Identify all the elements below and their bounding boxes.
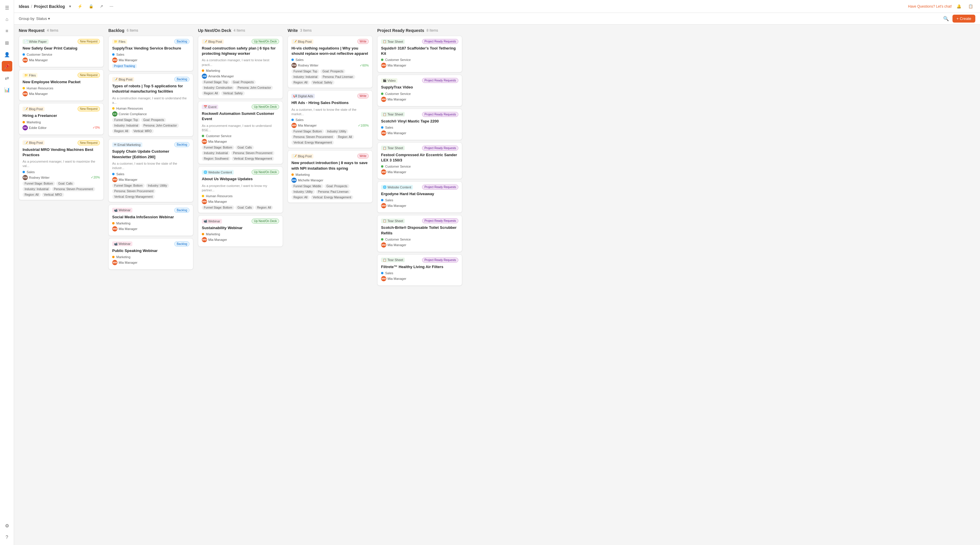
group-by-control[interactable]: Group by Status ▾ (19, 16, 50, 21)
card[interactable]: 📝 Blog PostWriteNew product introduction… (288, 150, 372, 202)
card[interactable]: 📋 Tear SheetProject Ready RequestsScotch… (377, 215, 462, 252)
tag: Persona: Steven Procurement (112, 189, 156, 193)
type-icon: 📅 (204, 105, 207, 108)
category-label: Marketing (206, 69, 220, 72)
card[interactable]: 📋 Tear SheetProject Ready RequestsFestoo… (377, 142, 462, 179)
card-type-row: 📝 Blog PostUp Next/On Deck (202, 39, 279, 44)
share-btn[interactable]: ↗ (97, 3, 105, 10)
card-meta: Marketing (202, 233, 279, 236)
category-dot (112, 107, 115, 110)
status-badge: Project Ready Requests (422, 112, 458, 117)
grid-icon[interactable]: ⊞ (2, 38, 12, 48)
card-user-row: MMMia Manager (202, 199, 279, 204)
card-type-label: 📋 Tear Sheet (381, 218, 405, 223)
help-icon[interactable]: ? (2, 532, 12, 543)
card-meta: Marketing (112, 222, 189, 225)
card-user-row: MMMia Manager (381, 131, 458, 135)
card[interactable]: 📋 Tear SheetProject Ready RequestsSquids… (377, 36, 462, 72)
status-badge: New Request (78, 39, 100, 44)
status-badge: Up Next/On Deck (251, 104, 279, 109)
status-badge: Project Ready Requests (422, 146, 458, 151)
category-label: Customer Service (385, 92, 410, 96)
card-meta: Customer Service (22, 53, 100, 56)
group-by-btn[interactable]: Status ▾ (36, 16, 50, 21)
category-dot (291, 174, 294, 176)
card-title: Festool Compressed Air Eccentric Sander … (381, 152, 458, 163)
chat-link[interactable]: Have Questions? Let's chat! (908, 5, 952, 8)
status-badge: Project Ready Requests (422, 39, 458, 44)
list-icon[interactable]: ≡ (2, 26, 12, 36)
settings-icon[interactable]: ⚙ (2, 520, 12, 531)
card-tags: Funnel Stage: BottomGoal: CallsRegion: A… (202, 206, 279, 210)
home-icon[interactable]: ⌂ (2, 14, 12, 25)
lock-btn[interactable]: 🔒 (86, 3, 96, 10)
column-count: 4 Items (47, 29, 58, 32)
column-header-write: Write3 Items (288, 28, 372, 33)
tag: Funnel Stage: Top (202, 80, 230, 84)
card[interactable]: 📢 Digital AdsWriteHR Ads - Hiring Sales … (288, 90, 372, 148)
card[interactable]: 📝 Blog PostUp Next/On DeckRoad construct… (198, 36, 283, 99)
card[interactable]: 📹 WebinarBacklogPublic Speaking WebinarM… (108, 238, 193, 269)
user-name: Mia Manager (208, 238, 227, 241)
card[interactable]: 📝 Blog PostWriteHi-vis clothing regulati… (288, 36, 372, 88)
tag: Goal: Prospects (231, 80, 256, 84)
card[interactable]: ✉ Email MarketingBacklogSupply Chain Upd… (108, 139, 193, 202)
card-meta: Sales (381, 198, 458, 202)
column-title: Backlog (108, 28, 124, 33)
shuffle-icon[interactable]: ⇄ (2, 73, 12, 83)
sidebar: ☰ ⌂ ≡ ⊞ 👤 📌 ⇄ 📊 ⚙ ? (0, 0, 14, 545)
card-title: Supply Chain Update Customer Newsletter … (112, 149, 189, 159)
card[interactable]: 📋 Tear SheetProject Ready RequestsFiltre… (377, 254, 462, 286)
category-dot (112, 222, 115, 225)
type-icon: 🎬 (383, 79, 386, 82)
avatar: MM (381, 276, 386, 281)
column-count: 6 Items (127, 29, 138, 32)
card-type-row: 📋 Tear SheetProject Ready Requests (381, 146, 458, 151)
card[interactable]: 🌐 Website ContentUp Next/On DeckAbout Us… (198, 166, 283, 213)
more-btn[interactable]: ⋯ (107, 3, 116, 10)
menu-icon[interactable]: ☰ (2, 2, 12, 13)
chart-icon[interactable]: 📊 (2, 84, 12, 95)
tag: Funnel Stage: Bottom (112, 183, 145, 188)
search-btn[interactable]: 🔍 (942, 14, 950, 22)
notification-btn[interactable]: 🔔 (954, 3, 964, 10)
type-icon: 📝 (293, 40, 297, 43)
type-icon: 📝 (24, 141, 28, 145)
card[interactable]: 📹 WebinarUp Next/On DeckSustainability W… (198, 215, 283, 247)
card-user-row: MMMia Manager (112, 260, 189, 265)
card[interactable]: 📁 FilesNew RequestNew Employee Welcome P… (19, 69, 104, 101)
user-name: Mia Manager (388, 277, 406, 280)
card[interactable]: 📅 EventUp Next/On DeckRockwell Automatio… (198, 101, 283, 164)
users-icon[interactable]: 👤 (2, 49, 12, 60)
avatar: MM (202, 199, 207, 204)
card-type-label: 📅 Event (202, 105, 218, 109)
percent-badge: ✓60% (360, 64, 369, 67)
tag: Vertical: Safety (311, 80, 334, 84)
create-btn[interactable]: + Create (953, 14, 975, 22)
card[interactable]: 📝 Blog PostNew RequestHiring a Freelance… (19, 103, 104, 134)
status-badge: New Request (78, 140, 100, 145)
card[interactable]: 🌐 Website ContentProject Ready RequestsE… (377, 182, 462, 213)
card[interactable]: 📝 Blog PostNew RequestIndustrial MRO Ven… (19, 137, 104, 200)
card[interactable]: 📋 Tear SheetProject Ready RequestsScotch… (377, 109, 462, 140)
card[interactable]: 📄 White PaperNew RequestNew Safety Gear … (19, 36, 104, 67)
card-meta: Human Resources (112, 107, 189, 110)
type-icon: 📝 (114, 78, 118, 81)
category-label: Marketing (296, 173, 310, 176)
percent-badge: ✓0% (92, 126, 100, 129)
ideas-icon[interactable]: 📌 (2, 61, 12, 72)
user-name: Rodney Writer (298, 64, 318, 67)
card-tags: Funnel Stage: TopGoal: ProspectsIndustry… (202, 80, 279, 96)
card[interactable]: 📝 Blog PostBacklogTypes of robots | Top … (108, 73, 193, 137)
column-write: Write3 Items📝 Blog PostWriteHi-vis cloth… (288, 28, 372, 205)
card-meta: Customer Service (381, 165, 458, 168)
category-dot (291, 59, 294, 61)
category-dot (381, 199, 383, 201)
avatar: MM (381, 203, 386, 208)
dropdown-toggle[interactable]: ▾ (67, 3, 73, 10)
card[interactable]: 🎬 VideoProject Ready RequestsSupplyTrax … (377, 75, 462, 106)
card[interactable]: 📁 FilesBacklogSupplyTrax Vending Service… (108, 36, 193, 71)
layout-btn[interactable]: 📋 (966, 3, 975, 10)
filter-btn[interactable]: ⚡ (75, 3, 84, 10)
card[interactable]: 📹 WebinarBacklogSocial Media InfoSession… (108, 204, 193, 236)
